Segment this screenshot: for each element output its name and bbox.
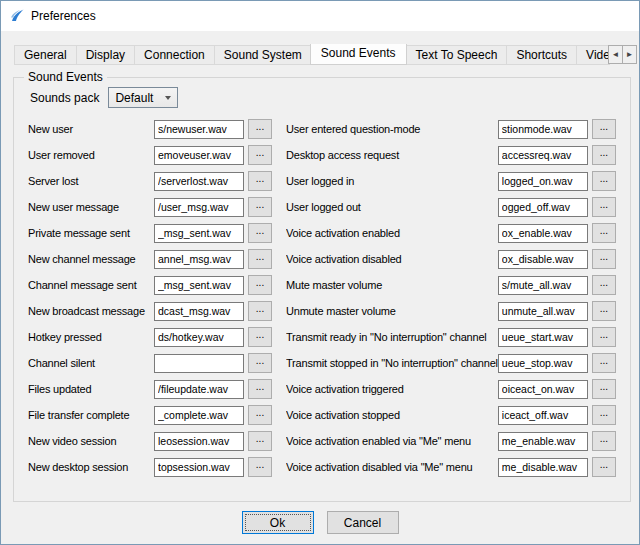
browse-button[interactable]: ... <box>248 379 272 399</box>
browse-button[interactable]: ... <box>248 353 272 373</box>
browse-button[interactable]: ... <box>592 249 616 269</box>
sound-file-input[interactable] <box>498 328 588 347</box>
browse-button[interactable]: ... <box>248 457 272 477</box>
sound-event-row: Unmute master volume ... <box>286 298 616 324</box>
sound-file-input[interactable] <box>154 250 244 269</box>
tab-scroll-control: ◄ ► <box>609 45 637 64</box>
sound-file-input[interactable] <box>154 120 244 139</box>
browse-button[interactable]: ... <box>592 327 616 347</box>
browse-button[interactable]: ... <box>248 301 272 321</box>
window-title: Preferences <box>31 9 96 23</box>
browse-button[interactable]: ... <box>592 223 616 243</box>
sound-event-row: User entered question-mode ... <box>286 116 616 142</box>
cancel-button[interactable]: Cancel <box>327 511 399 534</box>
sound-events-left-column: New user ... User removed ... Server los… <box>28 116 272 480</box>
sounds-pack-select[interactable]: Default <box>108 87 178 108</box>
sound-event-row: Hotkey pressed ... <box>28 324 272 350</box>
sound-event-label: Unmute master volume <box>286 305 498 317</box>
sound-file-input[interactable] <box>498 172 588 191</box>
browse-button[interactable]: ... <box>248 223 272 243</box>
sound-file-input[interactable] <box>498 276 588 295</box>
browse-button[interactable]: ... <box>592 197 616 217</box>
sound-event-label: Mute master volume <box>286 279 498 291</box>
browse-button[interactable]: ... <box>248 197 272 217</box>
browse-button[interactable]: ... <box>592 353 616 373</box>
preferences-dialog: Preferences GeneralDisplayConnectionSoun… <box>0 0 640 545</box>
tab-connection[interactable]: Connection <box>134 45 215 65</box>
sound-file-input[interactable] <box>154 146 244 165</box>
browse-button[interactable]: ... <box>248 145 272 165</box>
sounds-pack-label: Sounds pack <box>30 91 99 105</box>
sound-event-row: Voice activation disabled ... <box>286 246 616 272</box>
browse-button[interactable]: ... <box>248 171 272 191</box>
tab-video[interactable]: Video <box>576 45 610 65</box>
sound-file-input[interactable] <box>154 458 244 477</box>
sound-event-row: New desktop session ... <box>28 454 272 480</box>
sound-event-label: New desktop session <box>28 461 154 473</box>
tab-scroll-left-button[interactable]: ◄ <box>608 45 623 64</box>
sound-event-label: New user message <box>28 201 154 213</box>
tab-sound-events[interactable]: Sound Events <box>310 44 407 65</box>
sound-file-input[interactable] <box>154 354 244 373</box>
browse-button[interactable]: ... <box>592 275 616 295</box>
browse-button[interactable]: ... <box>592 457 616 477</box>
sound-event-label: New broadcast message <box>28 305 154 317</box>
sound-event-row: User removed ... <box>28 142 272 168</box>
sound-file-input[interactable] <box>154 198 244 217</box>
tab-shortcuts[interactable]: Shortcuts <box>506 45 577 65</box>
browse-button[interactable]: ... <box>248 275 272 295</box>
sound-event-row: Mute master volume ... <box>286 272 616 298</box>
sound-file-input[interactable] <box>154 432 244 451</box>
tab-sound-system[interactable]: Sound System <box>214 45 312 65</box>
browse-button[interactable]: ... <box>592 145 616 165</box>
sound-file-input[interactable] <box>498 380 588 399</box>
sound-event-label: Transmit stopped in "No interruption" ch… <box>286 357 498 369</box>
sound-file-input[interactable] <box>498 250 588 269</box>
sound-event-row: Channel silent ... <box>28 350 272 376</box>
sound-file-input[interactable] <box>154 302 244 321</box>
browse-button[interactable]: ... <box>248 327 272 347</box>
sound-file-input[interactable] <box>498 302 588 321</box>
dialog-buttons: Ok Cancel <box>1 511 639 534</box>
browse-button[interactable]: ... <box>248 405 272 425</box>
sound-file-input[interactable] <box>154 172 244 191</box>
sound-file-input[interactable] <box>154 380 244 399</box>
browse-button[interactable]: ... <box>592 171 616 191</box>
sound-file-input[interactable] <box>498 458 588 477</box>
sound-event-label: File transfer complete <box>28 409 154 421</box>
browse-button[interactable]: ... <box>592 301 616 321</box>
sound-file-input[interactable] <box>498 224 588 243</box>
tab-scroll-right-button[interactable]: ► <box>622 45 637 64</box>
sound-event-label: Voice activation enabled via "Me" menu <box>286 435 498 447</box>
sound-event-row: Voice activation enabled ... <box>286 220 616 246</box>
tab-general[interactable]: General <box>14 45 77 65</box>
sound-file-input[interactable] <box>498 120 588 139</box>
tab-display[interactable]: Display <box>76 45 135 65</box>
browse-button[interactable]: ... <box>592 431 616 451</box>
ok-button[interactable]: Ok <box>242 511 314 534</box>
sound-file-input[interactable] <box>498 406 588 425</box>
sound-file-input[interactable] <box>154 224 244 243</box>
sound-event-label: Channel silent <box>28 357 154 369</box>
browse-button[interactable]: ... <box>592 379 616 399</box>
sound-event-row: New broadcast message ... <box>28 298 272 324</box>
sound-event-label: User entered question-mode <box>286 123 498 135</box>
browse-button[interactable]: ... <box>592 119 616 139</box>
sound-file-input[interactable] <box>498 146 588 165</box>
sound-event-row: New video session ... <box>28 428 272 454</box>
sound-file-input[interactable] <box>154 406 244 425</box>
sound-file-input[interactable] <box>154 276 244 295</box>
tab-text-to-speech[interactable]: Text To Speech <box>406 45 508 65</box>
sound-event-label: Voice activation disabled <box>286 253 498 265</box>
sound-file-input[interactable] <box>498 198 588 217</box>
sound-file-input[interactable] <box>498 432 588 451</box>
sound-event-label: Server lost <box>28 175 154 187</box>
browse-button[interactable]: ... <box>248 431 272 451</box>
sound-file-input[interactable] <box>498 354 588 373</box>
browse-button[interactable]: ... <box>592 405 616 425</box>
browse-button[interactable]: ... <box>248 249 272 269</box>
sound-event-row: Voice activation enabled via "Me" menu .… <box>286 428 616 454</box>
sound-file-input[interactable] <box>154 328 244 347</box>
browse-button[interactable]: ... <box>248 119 272 139</box>
sound-event-row: New user message ... <box>28 194 272 220</box>
